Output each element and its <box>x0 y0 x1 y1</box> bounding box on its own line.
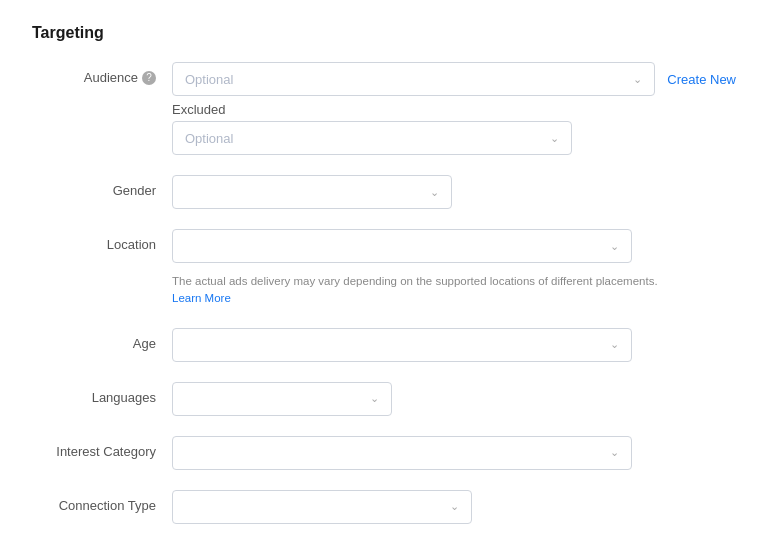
section-title: Targeting <box>32 24 736 42</box>
languages-dropdown[interactable]: ⌄ <box>172 382 392 416</box>
languages-label: Languages <box>32 382 172 405</box>
excluded-subfield: Excluded Optional ⌄ <box>172 102 736 155</box>
chevron-down-icon: ⌄ <box>610 338 619 351</box>
chevron-down-icon: ⌄ <box>610 240 619 253</box>
languages-field: ⌄ <box>172 382 736 416</box>
chevron-down-icon: ⌄ <box>610 446 619 459</box>
excluded-label: Excluded <box>172 102 736 117</box>
excluded-placeholder: Optional <box>185 131 233 146</box>
gender-row: Gender ⌄ <box>32 175 736 209</box>
audience-label: Audience ? <box>32 62 172 85</box>
audience-field: Optional ⌄ Create New Excluded Optional … <box>172 62 736 155</box>
chevron-down-icon: ⌄ <box>430 186 439 199</box>
audience-placeholder: Optional <box>185 72 233 87</box>
gender-label: Gender <box>32 175 172 198</box>
age-dropdown[interactable]: ⌄ <box>172 328 632 362</box>
audience-row: Audience ? Optional ⌄ Create New Exclude… <box>32 62 736 155</box>
location-row: Location ⌄ The actual ads delivery may v… <box>32 229 736 308</box>
targeting-section: Targeting Audience ? Optional ⌄ Create N… <box>0 0 768 533</box>
age-field: ⌄ <box>172 328 736 362</box>
chevron-down-icon: ⌄ <box>450 500 459 513</box>
connection-type-row: Connection Type ⌄ <box>32 490 736 524</box>
age-label: Age <box>32 328 172 351</box>
audience-controls: Optional ⌄ Create New <box>172 62 736 96</box>
location-label: Location <box>32 229 172 252</box>
gender-dropdown[interactable]: ⌄ <box>172 175 452 209</box>
chevron-down-icon: ⌄ <box>633 73 642 86</box>
location-dropdown[interactable]: ⌄ <box>172 229 632 263</box>
audience-dropdown[interactable]: Optional ⌄ <box>172 62 655 96</box>
create-new-link[interactable]: Create New <box>667 72 736 87</box>
learn-more-link[interactable]: Learn More <box>172 292 231 304</box>
chevron-down-icon: ⌄ <box>550 132 559 145</box>
interest-category-row: Interest Category ⌄ <box>32 436 736 470</box>
interest-category-dropdown[interactable]: ⌄ <box>172 436 632 470</box>
connection-type-field: ⌄ <box>172 490 736 524</box>
location-field: ⌄ The actual ads delivery may vary depen… <box>172 229 736 308</box>
connection-type-label: Connection Type <box>32 490 172 513</box>
interest-category-label: Interest Category <box>32 436 172 459</box>
age-row: Age ⌄ <box>32 328 736 362</box>
interest-category-field: ⌄ <box>172 436 736 470</box>
location-hint: The actual ads delivery may vary dependi… <box>172 273 736 308</box>
gender-field: ⌄ <box>172 175 736 209</box>
chevron-down-icon: ⌄ <box>370 392 379 405</box>
connection-type-dropdown[interactable]: ⌄ <box>172 490 472 524</box>
languages-row: Languages ⌄ <box>32 382 736 416</box>
audience-help-icon[interactable]: ? <box>142 71 156 85</box>
excluded-dropdown[interactable]: Optional ⌄ <box>172 121 572 155</box>
